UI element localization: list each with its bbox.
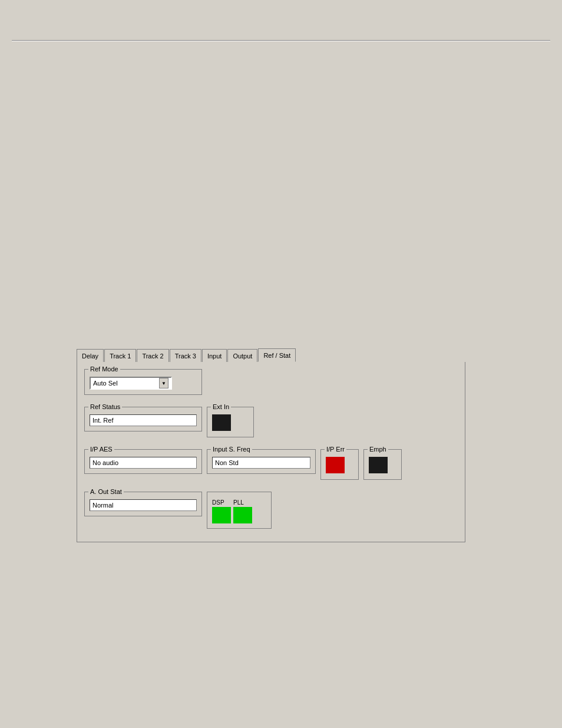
ip-aes-label: I/P AES [88,446,114,453]
top-row: Ref Mode Auto Sel ▼ [84,369,458,401]
emph-group: Emph [363,449,402,480]
tab-track2-label: Track 2 [142,353,163,360]
dropdown-arrow-icon[interactable]: ▼ [159,378,168,388]
tab-output-label: Output [233,353,252,360]
ref-mode-dropdown-value: Auto Sel [93,380,159,387]
dsp-pll-inner: DSP PLL [212,499,266,523]
tab-delay-label: Delay [82,353,98,360]
tab-ref-stat-label: Ref / Stat [263,352,290,359]
ip-aes-group: I/P AES [84,449,202,474]
dsp-label: DSP [212,499,231,506]
aes-row: I/P AES Input S. Freq I/P Err Emph [84,449,458,486]
dsp-indicator [212,507,231,523]
main-container: Delay Track 1 Track 2 Track 3 Input Outp… [77,348,465,542]
ext-in-group: Ext In [207,407,254,437]
tab-track1[interactable]: Track 1 [104,349,136,362]
ref-mode-group: Ref Mode Auto Sel ▼ [84,369,202,395]
a-out-stat-field[interactable] [90,499,197,511]
emph-indicator [369,457,388,473]
ref-status-label: Ref Status [88,403,122,410]
dsp-pll-group: DSP PLL [207,492,272,529]
ref-mode-label: Ref Mode [88,365,120,373]
pll-subgroup: PLL [233,499,252,523]
tab-input-label: Input [207,353,222,360]
ref-status-group: Ref Status [84,407,202,431]
input-sfreq-label: Input S. Freq [211,446,252,453]
tab-bar: Delay Track 1 Track 2 Track 3 Input Outp… [77,348,465,362]
pll-label: PLL [233,499,252,506]
emph-label: Emph [368,446,388,453]
tab-ref-stat[interactable]: Ref / Stat [258,348,296,362]
ip-err-group: I/P Err [320,449,359,480]
tab-track1-label: Track 1 [110,353,131,360]
ip-aes-field[interactable] [90,457,197,469]
middle-row: Ref Status Ext In [84,407,458,443]
input-sfreq-group: Input S. Freq [207,449,316,474]
ext-in-indicator [212,414,231,431]
input-sfreq-field[interactable] [212,457,310,469]
a-out-stat-group: A. Out Stat [84,492,202,516]
bottom-row: A. Out Stat DSP PLL [84,492,458,535]
ref-mode-dropdown[interactable]: Auto Sel ▼ [90,377,172,390]
ip-err-indicator [326,457,345,473]
dsp-subgroup: DSP [212,499,231,523]
pll-indicator [233,507,252,523]
tab-delay[interactable]: Delay [77,349,104,362]
ip-err-label: I/P Err [325,446,346,453]
tab-input[interactable]: Input [202,349,227,362]
tab-track3-label: Track 3 [175,353,196,360]
tab-track3[interactable]: Track 3 [170,349,201,362]
a-out-stat-label: A. Out Stat [88,488,124,495]
ref-status-field[interactable] [90,414,197,426]
ref-stat-panel: Ref Mode Auto Sel ▼ Ref Status Ext In I/… [77,362,465,542]
tab-track2[interactable]: Track 2 [137,349,168,362]
ext-in-label: Ext In [211,403,231,410]
tab-output[interactable]: Output [227,349,257,362]
top-divider [12,40,550,41]
